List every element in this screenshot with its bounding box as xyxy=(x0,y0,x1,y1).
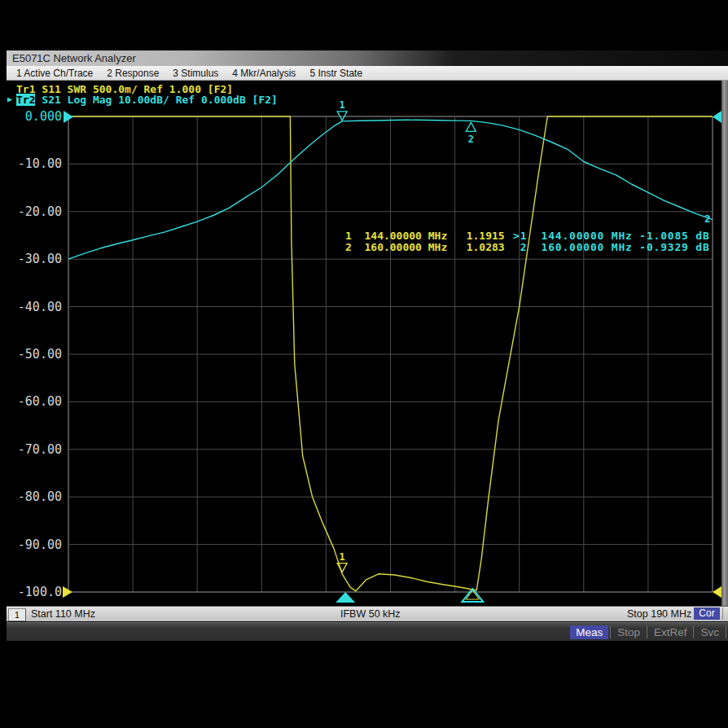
marker1-axis-icon xyxy=(335,592,355,603)
marker1-tr1-label: 1 xyxy=(340,551,345,563)
svc-status: Svc xyxy=(694,626,726,638)
extref-status: ExtRef xyxy=(647,626,694,638)
y-axis-label: -30.00 xyxy=(5,252,62,266)
y-axis-label: -80.00 xyxy=(5,489,62,504)
marker-table-trace1: 1 144.00000 MHz 1.19152 160.00000 MHz 1.… xyxy=(345,230,505,252)
y-axis-label: -50.00 xyxy=(5,347,62,362)
y-axis-label: -40.00 xyxy=(5,300,62,314)
y-axis-label: -60.00 xyxy=(5,394,62,409)
trace2-name-highlight: Tr2 xyxy=(16,94,35,106)
ifbw-label[interactable]: IFBW 50 kHz xyxy=(340,608,401,620)
ref-level-right-tr2-icon xyxy=(713,111,721,123)
meas-status-badge: Meas xyxy=(570,625,608,639)
status-bar: 1 Start 110 MHz IFBW 50 kHz Stop 190 MHz… xyxy=(7,606,728,621)
ref-level-right-tr1-icon xyxy=(713,586,721,598)
marker2-tr2-icon xyxy=(466,122,476,131)
marker1-tr2-label: 1 xyxy=(340,99,345,111)
y-axis-label: -70.00 xyxy=(5,442,62,457)
trace2-header[interactable]: Tr2 S21 Log Mag 10.00dB/ Ref 0.000dB [F2… xyxy=(16,94,278,106)
y-axis-label: -90.00 xyxy=(5,537,62,552)
marker-row: 1 144.00000 MHz 1.1915 xyxy=(345,230,505,242)
marker-row: 2 160.00000 MHz 1.0283 xyxy=(345,242,505,253)
marker1-tr2-icon xyxy=(337,112,347,121)
y-axis-label: -20.00 xyxy=(5,204,62,219)
y-axis-label: 0.000 xyxy=(5,109,62,124)
channel-number-box: 1 xyxy=(8,608,26,621)
y-axis-label: -10.00 xyxy=(5,156,62,171)
start-frequency-label[interactable]: Start 110 MHz xyxy=(31,608,95,620)
ref-level-left-tr1-icon xyxy=(63,586,72,598)
marker-table-trace2: >1 144.00000 MHz -1.0085 dB 2 160.00000 … xyxy=(513,230,710,252)
stop-frequency-label[interactable]: Stop 190 MHz xyxy=(627,608,691,620)
instrument-status-bar: Meas Stop ExtRef Svc xyxy=(7,622,728,641)
divider xyxy=(726,625,726,638)
active-trace-arrow-icon: ▶ xyxy=(7,94,12,103)
sweep-stop-status: Stop xyxy=(611,626,647,638)
correction-status-badge: Cor xyxy=(694,607,720,620)
y-axis-label: -100.0 xyxy=(5,585,62,599)
marker-row: >1 144.00000 MHz -1.0085 dB xyxy=(513,230,710,242)
marker2-tr2-label: 2 xyxy=(468,134,474,145)
trace2-settings: S21 Log Mag 10.00dB/ Ref 0.000dB [F2] xyxy=(35,94,277,106)
marker-row: 2 160.00000 MHz -0.9329 dB xyxy=(513,242,710,253)
trace2-end-label: 2 xyxy=(704,213,711,225)
alert-indicator: ! xyxy=(722,607,728,620)
